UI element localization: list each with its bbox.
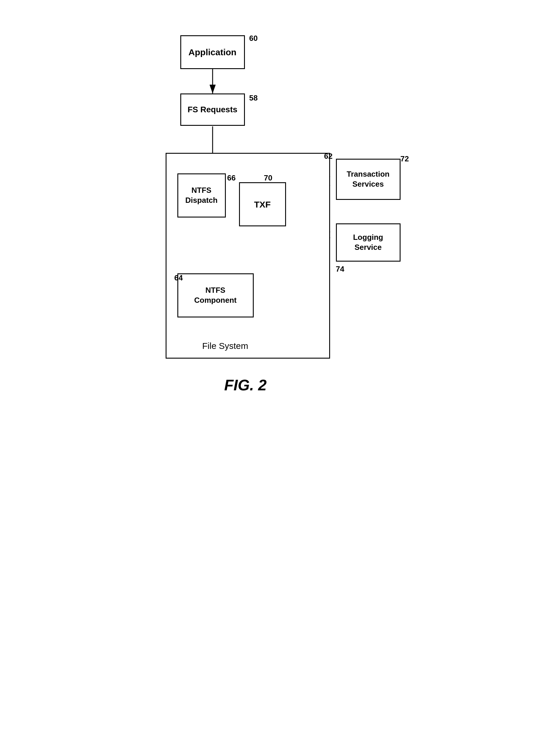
diagram: Application 60 FS Requests 58 File Syste… — [148, 18, 412, 694]
ref-64: 64 — [175, 273, 183, 283]
transaction-services-label: TransactionServices — [347, 169, 390, 189]
txf-box: TXF — [239, 182, 286, 226]
figure-label: FIG. 2 — [224, 376, 267, 394]
fs-requests-label: FS Requests — [188, 104, 238, 115]
fs-requests-box: FS Requests — [180, 94, 245, 126]
transaction-services-box: TransactionServices — [336, 159, 401, 200]
ref-62: 62 — [324, 152, 333, 161]
ref-60: 60 — [249, 34, 258, 43]
ntfs-component-box: NTFSComponent — [177, 273, 254, 317]
ntfs-component-label: NTFSComponent — [194, 285, 236, 305]
ntfs-dispatch-label: NTFSDispatch — [185, 186, 218, 206]
ntfs-dispatch-box: NTFSDispatch — [177, 173, 226, 217]
ref-74: 74 — [336, 265, 344, 274]
logging-service-label: LoggingService — [353, 232, 383, 252]
application-label: Application — [188, 46, 236, 58]
application-box: Application — [180, 35, 245, 69]
logging-service-box: LoggingService — [336, 224, 401, 262]
ref-72: 72 — [401, 154, 409, 163]
txf-label: TXF — [254, 199, 271, 210]
ref-58: 58 — [249, 94, 258, 102]
ref-66: 66 — [227, 173, 236, 182]
ref-70: 70 — [264, 173, 273, 182]
file-system-label: File System — [202, 341, 248, 351]
